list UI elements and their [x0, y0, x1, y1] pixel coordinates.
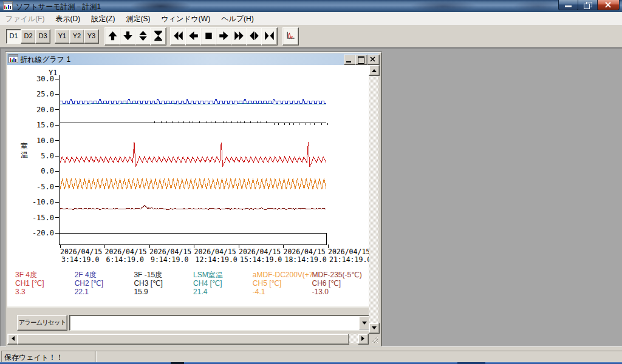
horizontal-scrollbar-thumb[interactable] — [17, 334, 349, 345]
menu-item-window[interactable]: ウィンドウ(W) — [156, 12, 216, 25]
legend-channel: CH6 [℃] — [312, 279, 362, 288]
svg-text:2026/04/15: 2026/04/15 — [194, 248, 236, 256]
menu-bar: ファイル(F)表示(D)設定(Z)測定(S)ウィンドウ(W)ヘルプ(H) — [0, 12, 622, 25]
horizontal-scrollbar[interactable] — [7, 334, 369, 343]
minimize-button[interactable] — [558, 0, 578, 10]
toolbar-button-graph[interactable] — [282, 27, 299, 46]
svg-text:Y1: Y1 — [49, 69, 57, 77]
restore-button[interactable] — [578, 0, 598, 10]
minimize-icon — [565, 5, 572, 7]
menu-item-help[interactable]: ヘルプ(H) — [216, 12, 259, 25]
toolbar-button-d3[interactable]: D3 — [35, 29, 50, 44]
collapse-horizontal-icon — [262, 28, 276, 44]
arrow-down-icon — [121, 28, 135, 44]
triangle-down-icon — [372, 326, 377, 332]
titlebar-glass-artifact — [513, 0, 562, 12]
graph-maximize-button[interactable] — [355, 55, 367, 65]
toolbar-button-y3[interactable]: Y3 — [84, 29, 99, 44]
svg-text:0.0: 0.0 — [41, 167, 54, 175]
toolbar-button-arrow-right[interactable] — [216, 27, 232, 46]
svg-text:9:14:19.0: 9:14:19.0 — [151, 255, 188, 264]
double-arrow-right-icon — [232, 28, 246, 44]
graph-window-icon — [9, 54, 18, 64]
legend-channel: CH3 [℃] — [134, 279, 162, 288]
toolbar-button-y1[interactable]: Y1 — [55, 29, 70, 44]
stop-icon — [202, 28, 216, 44]
maximize-icon — [358, 56, 364, 64]
close-button[interactable] — [597, 0, 620, 10]
graph-minimize-button[interactable] — [344, 55, 356, 65]
toolbar-button-arrow-up[interactable] — [104, 27, 121, 46]
graph-icon — [284, 28, 298, 44]
legend-name: aMDF-DC200V(+7 — [253, 271, 313, 279]
toolbar-button-stop[interactable] — [200, 27, 217, 46]
legend-ch6: MDF-235(-5℃)CH6 [℃]-13.0 — [312, 271, 362, 296]
svg-text:2026/04/15: 2026/04/15 — [239, 248, 281, 256]
expand-horizontal-icon — [247, 28, 261, 44]
graph-window-title: 折れ線グラフ 1 — [20, 55, 70, 65]
toolbar-button-expand-horizontal[interactable] — [246, 27, 262, 46]
titlebar-glass-artifact — [410, 0, 477, 12]
triangle-up-icon — [372, 67, 377, 72]
scroll-right-button[interactable] — [358, 334, 369, 345]
toolbar-button-expand-vertical[interactable] — [135, 27, 151, 46]
legend-ch4: LSM室温CH4 [℃]21.4 — [193, 271, 223, 296]
legend-value: 22.1 — [75, 288, 103, 296]
scroll-up-button[interactable] — [369, 65, 380, 76]
resize-grip[interactable] — [369, 334, 378, 343]
collapse-vertical-icon — [151, 28, 165, 44]
arrow-up-icon — [106, 28, 120, 44]
minimize-icon — [346, 61, 351, 62]
message-combobox[interactable] — [69, 315, 371, 331]
titlebar-glass-artifact — [131, 0, 191, 12]
svg-text:20.0: 20.0 — [36, 106, 54, 114]
svg-text:-10.0: -10.0 — [32, 198, 54, 206]
menu-item-view[interactable]: 表示(D) — [50, 12, 86, 25]
graph-close-button[interactable] — [367, 55, 380, 65]
combobox-dropdown-button[interactable] — [359, 316, 369, 329]
svg-text:2026/04/15: 2026/04/15 — [105, 248, 147, 256]
svg-text:2026/04/15: 2026/04/15 — [60, 248, 102, 256]
legend-name: MDF-235(-5℃) — [312, 271, 362, 279]
svg-text:2026/04/15: 2026/04/15 — [328, 248, 370, 256]
toolbar-button-d1[interactable]: D1 — [6, 29, 21, 44]
svg-text:5.0: 5.0 — [41, 152, 54, 160]
toolbar-button-y2[interactable]: Y2 — [69, 29, 84, 44]
legend-channel: CH1 [℃] — [15, 279, 44, 288]
svg-text:15.0: 15.0 — [36, 121, 54, 129]
scroll-down-button[interactable] — [369, 323, 380, 334]
toolbar-button-arrow-left[interactable] — [185, 27, 202, 46]
legend-value: -4.1 — [253, 288, 313, 296]
svg-text:21:14:19.0: 21:14:19.0 — [329, 255, 371, 264]
legend-ch5: aMDF-DC200V(+7CH5 [℃]-4.1 — [253, 271, 313, 296]
menu-item-settings[interactable]: 設定(Z) — [86, 12, 120, 25]
legend-name: 3F -15度 — [134, 271, 162, 279]
toolbar-button-double-arrow-right[interactable] — [231, 27, 247, 46]
expand-vertical-icon — [136, 28, 150, 44]
arrow-right-icon — [217, 28, 231, 44]
legend-value: 21.4 — [193, 288, 223, 296]
toolbar-button-double-arrow-left[interactable] — [170, 27, 186, 46]
legend-value: -13.0 — [312, 288, 362, 296]
toolbar-button-collapse-horizontal[interactable] — [261, 27, 278, 46]
svg-text:2026/04/15: 2026/04/15 — [149, 248, 191, 256]
legend-name: 3F 4度 — [15, 271, 44, 279]
svg-text:室: 室 — [21, 142, 28, 150]
alarm-reset-button[interactable]: アラームリセット — [17, 315, 67, 331]
app-icon — [3, 1, 13, 11]
svg-text:温: 温 — [21, 150, 28, 159]
triangle-left-icon — [9, 336, 15, 341]
svg-text:12:14:19.0: 12:14:19.0 — [196, 255, 238, 264]
toolbar-button-d2[interactable]: D2 — [21, 29, 36, 44]
svg-text:-20.0: -20.0 — [32, 229, 54, 237]
legend-value: 15.9 — [134, 288, 162, 296]
legend-channel: CH4 [℃] — [193, 279, 223, 288]
menu-item-file[interactable]: ファイル(F) — [0, 12, 50, 25]
vertical-scrollbar[interactable] — [369, 65, 378, 334]
legend-ch1: 3F 4度CH1 [℃]3.3 — [15, 271, 44, 296]
toolbar-button-collapse-vertical[interactable] — [150, 27, 166, 46]
menu-item-measure[interactable]: 測定(S) — [120, 12, 156, 25]
window-title: ソフトサーモ計測－計測1 — [16, 2, 101, 12]
toolbar-button-arrow-down[interactable] — [120, 27, 136, 46]
triangle-right-icon — [361, 336, 367, 341]
